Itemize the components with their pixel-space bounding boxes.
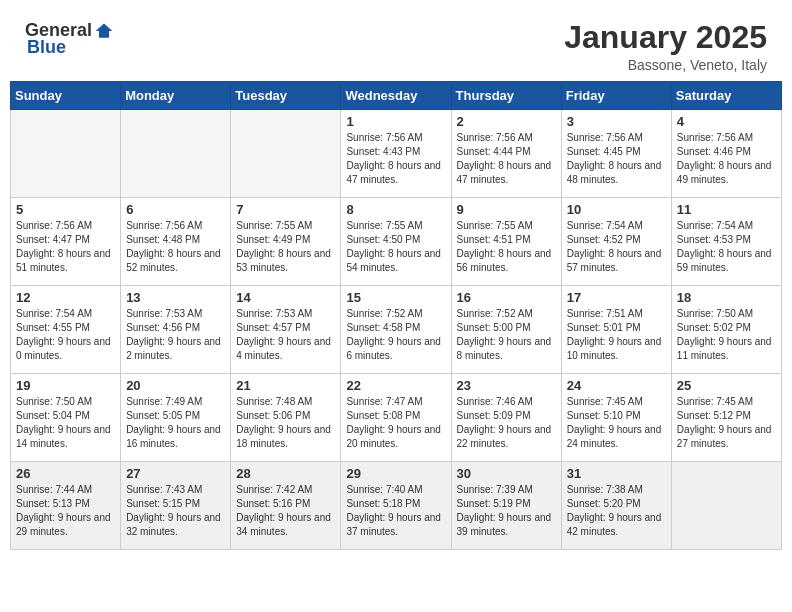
- calendar-week-row: 5Sunrise: 7:56 AMSunset: 4:47 PMDaylight…: [11, 198, 782, 286]
- calendar-day-cell: 13Sunrise: 7:53 AMSunset: 4:56 PMDayligh…: [121, 286, 231, 374]
- calendar-day-cell: 31Sunrise: 7:38 AMSunset: 5:20 PMDayligh…: [561, 462, 671, 550]
- day-number: 9: [457, 202, 556, 217]
- day-info: Sunrise: 7:54 AMSunset: 4:53 PMDaylight:…: [677, 219, 776, 275]
- day-number: 6: [126, 202, 225, 217]
- calendar-day-cell: 1Sunrise: 7:56 AMSunset: 4:43 PMDaylight…: [341, 110, 451, 198]
- day-info: Sunrise: 7:38 AMSunset: 5:20 PMDaylight:…: [567, 483, 666, 539]
- day-info: Sunrise: 7:56 AMSunset: 4:43 PMDaylight:…: [346, 131, 445, 187]
- page-header: General Blue January 2025 Bassone, Venet…: [10, 10, 782, 81]
- day-number: 28: [236, 466, 335, 481]
- day-number: 4: [677, 114, 776, 129]
- calendar-week-row: 26Sunrise: 7:44 AMSunset: 5:13 PMDayligh…: [11, 462, 782, 550]
- day-info: Sunrise: 7:53 AMSunset: 4:56 PMDaylight:…: [126, 307, 225, 363]
- day-number: 24: [567, 378, 666, 393]
- calendar-day-cell: 7Sunrise: 7:55 AMSunset: 4:49 PMDaylight…: [231, 198, 341, 286]
- calendar-day-cell: 10Sunrise: 7:54 AMSunset: 4:52 PMDayligh…: [561, 198, 671, 286]
- calendar-day-cell: 15Sunrise: 7:52 AMSunset: 4:58 PMDayligh…: [341, 286, 451, 374]
- day-info: Sunrise: 7:54 AMSunset: 4:52 PMDaylight:…: [567, 219, 666, 275]
- day-number: 13: [126, 290, 225, 305]
- day-info: Sunrise: 7:55 AMSunset: 4:49 PMDaylight:…: [236, 219, 335, 275]
- day-info: Sunrise: 7:48 AMSunset: 5:06 PMDaylight:…: [236, 395, 335, 451]
- calendar-week-row: 12Sunrise: 7:54 AMSunset: 4:55 PMDayligh…: [11, 286, 782, 374]
- calendar-day-cell: 22Sunrise: 7:47 AMSunset: 5:08 PMDayligh…: [341, 374, 451, 462]
- weekday-header: Thursday: [451, 82, 561, 110]
- month-year: January 2025: [564, 20, 767, 55]
- day-number: 18: [677, 290, 776, 305]
- calendar-day-cell: 26Sunrise: 7:44 AMSunset: 5:13 PMDayligh…: [11, 462, 121, 550]
- day-number: 12: [16, 290, 115, 305]
- calendar-day-cell: 23Sunrise: 7:46 AMSunset: 5:09 PMDayligh…: [451, 374, 561, 462]
- day-number: 19: [16, 378, 115, 393]
- calendar-day-cell: 2Sunrise: 7:56 AMSunset: 4:44 PMDaylight…: [451, 110, 561, 198]
- calendar-day-cell: [11, 110, 121, 198]
- day-number: 25: [677, 378, 776, 393]
- weekday-header: Friday: [561, 82, 671, 110]
- day-info: Sunrise: 7:55 AMSunset: 4:51 PMDaylight:…: [457, 219, 556, 275]
- calendar-day-cell: [231, 110, 341, 198]
- day-number: 27: [126, 466, 225, 481]
- calendar-day-cell: 9Sunrise: 7:55 AMSunset: 4:51 PMDaylight…: [451, 198, 561, 286]
- day-number: 7: [236, 202, 335, 217]
- day-info: Sunrise: 7:45 AMSunset: 5:12 PMDaylight:…: [677, 395, 776, 451]
- day-info: Sunrise: 7:49 AMSunset: 5:05 PMDaylight:…: [126, 395, 225, 451]
- day-info: Sunrise: 7:56 AMSunset: 4:47 PMDaylight:…: [16, 219, 115, 275]
- weekday-header: Wednesday: [341, 82, 451, 110]
- calendar-day-cell: 16Sunrise: 7:52 AMSunset: 5:00 PMDayligh…: [451, 286, 561, 374]
- day-number: 26: [16, 466, 115, 481]
- day-number: 22: [346, 378, 445, 393]
- calendar-day-cell: 14Sunrise: 7:53 AMSunset: 4:57 PMDayligh…: [231, 286, 341, 374]
- day-info: Sunrise: 7:56 AMSunset: 4:46 PMDaylight:…: [677, 131, 776, 187]
- calendar-day-cell: 5Sunrise: 7:56 AMSunset: 4:47 PMDaylight…: [11, 198, 121, 286]
- day-info: Sunrise: 7:50 AMSunset: 5:04 PMDaylight:…: [16, 395, 115, 451]
- day-info: Sunrise: 7:45 AMSunset: 5:10 PMDaylight:…: [567, 395, 666, 451]
- calendar-day-cell: 4Sunrise: 7:56 AMSunset: 4:46 PMDaylight…: [671, 110, 781, 198]
- day-info: Sunrise: 7:56 AMSunset: 4:45 PMDaylight:…: [567, 131, 666, 187]
- svg-marker-0: [96, 23, 113, 37]
- title-block: January 2025 Bassone, Veneto, Italy: [564, 20, 767, 73]
- weekday-header-row: SundayMondayTuesdayWednesdayThursdayFrid…: [11, 82, 782, 110]
- day-info: Sunrise: 7:52 AMSunset: 4:58 PMDaylight:…: [346, 307, 445, 363]
- logo: General Blue: [25, 20, 114, 58]
- day-number: 23: [457, 378, 556, 393]
- calendar-day-cell: 28Sunrise: 7:42 AMSunset: 5:16 PMDayligh…: [231, 462, 341, 550]
- day-number: 20: [126, 378, 225, 393]
- day-info: Sunrise: 7:50 AMSunset: 5:02 PMDaylight:…: [677, 307, 776, 363]
- day-info: Sunrise: 7:44 AMSunset: 5:13 PMDaylight:…: [16, 483, 115, 539]
- calendar-day-cell: 6Sunrise: 7:56 AMSunset: 4:48 PMDaylight…: [121, 198, 231, 286]
- logo-blue: Blue: [27, 37, 66, 58]
- calendar-day-cell: [121, 110, 231, 198]
- weekday-header: Tuesday: [231, 82, 341, 110]
- calendar-day-cell: 3Sunrise: 7:56 AMSunset: 4:45 PMDaylight…: [561, 110, 671, 198]
- day-number: 16: [457, 290, 556, 305]
- day-info: Sunrise: 7:53 AMSunset: 4:57 PMDaylight:…: [236, 307, 335, 363]
- calendar-day-cell: 12Sunrise: 7:54 AMSunset: 4:55 PMDayligh…: [11, 286, 121, 374]
- calendar-day-cell: 19Sunrise: 7:50 AMSunset: 5:04 PMDayligh…: [11, 374, 121, 462]
- calendar-day-cell: 24Sunrise: 7:45 AMSunset: 5:10 PMDayligh…: [561, 374, 671, 462]
- weekday-header: Saturday: [671, 82, 781, 110]
- day-number: 2: [457, 114, 556, 129]
- calendar-week-row: 1Sunrise: 7:56 AMSunset: 4:43 PMDaylight…: [11, 110, 782, 198]
- day-info: Sunrise: 7:39 AMSunset: 5:19 PMDaylight:…: [457, 483, 556, 539]
- day-info: Sunrise: 7:51 AMSunset: 5:01 PMDaylight:…: [567, 307, 666, 363]
- calendar-day-cell: 27Sunrise: 7:43 AMSunset: 5:15 PMDayligh…: [121, 462, 231, 550]
- calendar-day-cell: 25Sunrise: 7:45 AMSunset: 5:12 PMDayligh…: [671, 374, 781, 462]
- day-number: 21: [236, 378, 335, 393]
- calendar-day-cell: 21Sunrise: 7:48 AMSunset: 5:06 PMDayligh…: [231, 374, 341, 462]
- day-info: Sunrise: 7:43 AMSunset: 5:15 PMDaylight:…: [126, 483, 225, 539]
- calendar-day-cell: 11Sunrise: 7:54 AMSunset: 4:53 PMDayligh…: [671, 198, 781, 286]
- calendar-day-cell: 8Sunrise: 7:55 AMSunset: 4:50 PMDaylight…: [341, 198, 451, 286]
- day-number: 1: [346, 114, 445, 129]
- calendar-day-cell: 17Sunrise: 7:51 AMSunset: 5:01 PMDayligh…: [561, 286, 671, 374]
- day-info: Sunrise: 7:55 AMSunset: 4:50 PMDaylight:…: [346, 219, 445, 275]
- calendar-day-cell: 20Sunrise: 7:49 AMSunset: 5:05 PMDayligh…: [121, 374, 231, 462]
- day-number: 8: [346, 202, 445, 217]
- day-number: 31: [567, 466, 666, 481]
- weekday-header: Sunday: [11, 82, 121, 110]
- calendar-day-cell: 29Sunrise: 7:40 AMSunset: 5:18 PMDayligh…: [341, 462, 451, 550]
- day-number: 17: [567, 290, 666, 305]
- calendar-day-cell: 18Sunrise: 7:50 AMSunset: 5:02 PMDayligh…: [671, 286, 781, 374]
- day-number: 15: [346, 290, 445, 305]
- day-info: Sunrise: 7:56 AMSunset: 4:48 PMDaylight:…: [126, 219, 225, 275]
- day-number: 5: [16, 202, 115, 217]
- calendar-day-cell: 30Sunrise: 7:39 AMSunset: 5:19 PMDayligh…: [451, 462, 561, 550]
